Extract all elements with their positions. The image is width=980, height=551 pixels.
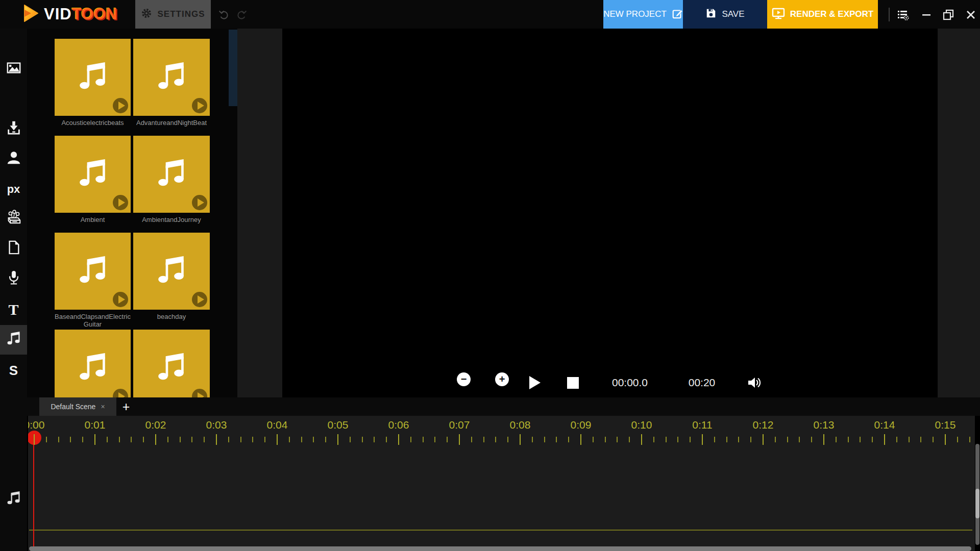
- play-button[interactable]: [529, 376, 541, 389]
- play-preview-button[interactable]: [113, 292, 128, 307]
- zoom-in-button[interactable]: +: [495, 372, 509, 386]
- floppy-icon: [705, 8, 717, 21]
- maximize-button[interactable]: [942, 9, 955, 21]
- ruler-tick-minor: [532, 437, 533, 442]
- ruler-tick-minor: [811, 437, 812, 442]
- sidebar-item-downloads[interactable]: [0, 113, 27, 143]
- edit-square-icon: [672, 8, 683, 21]
- scene-close-icon[interactable]: ×: [101, 403, 105, 411]
- settings-button[interactable]: SETTINGS: [135, 0, 211, 29]
- ruler-tick-minor: [666, 437, 667, 442]
- music-note-icon: [156, 255, 187, 287]
- monitor-play-icon: [772, 7, 785, 22]
- timeline-vscroll-thumb[interactable]: [975, 489, 979, 518]
- sidebar-item-images[interactable]: [0, 54, 27, 84]
- ruler-label: 0:12: [748, 419, 778, 431]
- sidebar-item-documents[interactable]: [0, 234, 27, 263]
- ruler-tick-minor: [180, 437, 181, 442]
- ruler-tick-minor: [264, 437, 265, 442]
- music-tile[interactable]: [133, 233, 210, 310]
- ruler-tick-minor: [143, 437, 144, 442]
- stop-button[interactable]: [567, 377, 579, 389]
- add-scene-button[interactable]: +: [117, 397, 135, 416]
- ruler-tick-minor: [787, 437, 788, 442]
- music-tile[interactable]: [55, 136, 131, 213]
- music-tile[interactable]: [55, 330, 131, 397]
- music-note-icon: [156, 352, 187, 384]
- play-preview-button[interactable]: [192, 389, 207, 397]
- render-export-label: RENDER & EXPORT: [790, 9, 873, 19]
- scene-tab-label: Default Scene: [51, 403, 95, 411]
- logo-text-toon: TOON: [72, 5, 117, 23]
- track-name: BaseandClapsandElectricGuitar: [55, 313, 131, 328]
- ruler-label: 0:09: [566, 419, 596, 431]
- sidebar-item-text[interactable]: T: [0, 295, 27, 324]
- volume-button[interactable]: [747, 372, 762, 393]
- ruler-label: 0:00: [28, 419, 50, 431]
- canvas-right-gutter: [938, 29, 980, 397]
- ruler-tick-minor: [690, 437, 691, 442]
- music-note-icon: [77, 61, 109, 93]
- track-name: AdvantureandNightBeat: [133, 119, 210, 127]
- pexels-icon: px: [7, 183, 20, 196]
- ruler-tick-minor: [629, 437, 630, 442]
- undo-icon[interactable]: [218, 9, 230, 20]
- ruler-tick-minor: [82, 437, 83, 442]
- new-project-button[interactable]: NEW PROJECT: [603, 0, 683, 29]
- ruler-tick-minor: [447, 437, 448, 442]
- ruler-tick-major: [641, 434, 642, 445]
- render-export-button[interactable]: RENDER & EXPORT: [767, 0, 878, 29]
- play-preview-button[interactable]: [113, 195, 128, 210]
- play-preview-button[interactable]: [113, 389, 128, 397]
- audio-track-icon[interactable]: [6, 491, 21, 508]
- sidebar-item-pexels[interactable]: px: [0, 174, 27, 204]
- ruler-tick-minor: [119, 437, 120, 442]
- minimize-button[interactable]: [920, 9, 933, 21]
- redo-icon[interactable]: [236, 9, 247, 20]
- ruler-tick-major: [277, 434, 278, 445]
- scene-tab[interactable]: Default Scene ×: [39, 397, 116, 416]
- playhead-marker[interactable]: [28, 431, 41, 445]
- zoom-out-button[interactable]: −: [457, 372, 471, 386]
- ruler-tick-major: [580, 434, 581, 445]
- play-preview-button[interactable]: [192, 98, 207, 113]
- ruler-tick-minor: [46, 437, 47, 442]
- library-scrollbar[interactable]: [229, 30, 237, 106]
- ruler-tick-minor: [423, 437, 424, 442]
- ruler-tick-minor: [726, 437, 727, 442]
- music-tile[interactable]: [133, 330, 210, 397]
- save-button[interactable]: SAVE: [683, 0, 767, 29]
- close-button[interactable]: [964, 9, 977, 21]
- timeline-horizontal-scrollbar[interactable]: [29, 546, 971, 551]
- settings-label: SETTINGS: [157, 9, 205, 19]
- sidebar-item-characters[interactable]: [0, 144, 27, 173]
- ruler-label: 0:05: [323, 419, 353, 431]
- sidebar-item-voice[interactable]: [0, 264, 27, 293]
- ruler-tick-minor: [507, 437, 508, 442]
- ruler-tick-minor: [362, 437, 363, 442]
- ruler-tick-major: [459, 434, 460, 445]
- play-preview-button[interactable]: [192, 195, 207, 210]
- sidebar-item-props[interactable]: [0, 204, 27, 233]
- timeline-track-separator: [29, 530, 972, 531]
- ruler-tick-minor: [289, 437, 290, 442]
- music-track-cell: [133, 330, 210, 397]
- ruler-tick-major: [155, 434, 156, 445]
- timeline-body[interactable]: 0:000:010:020:030:040:050:060:070:080:09…: [28, 416, 975, 551]
- play-preview-button[interactable]: [113, 98, 128, 113]
- render-queue-icon[interactable]: [896, 9, 910, 21]
- play-preview-button[interactable]: [192, 292, 207, 307]
- ruler-tick-minor: [325, 437, 326, 442]
- gear-icon: [141, 8, 152, 21]
- music-tile[interactable]: [133, 39, 210, 116]
- sidebar-item-music[interactable]: [0, 325, 27, 355]
- music-tile[interactable]: [55, 39, 131, 116]
- sidebar-item-sound[interactable]: S: [0, 356, 27, 385]
- music-note-icon: [6, 331, 21, 348]
- music-tile[interactable]: [133, 136, 210, 213]
- ruler-tick-minor: [483, 437, 484, 442]
- ruler-tick-minor: [860, 437, 861, 442]
- music-tile[interactable]: [55, 233, 131, 310]
- sound-icon: S: [9, 363, 18, 379]
- timeline-vertical-scrollbar[interactable]: [975, 444, 979, 545]
